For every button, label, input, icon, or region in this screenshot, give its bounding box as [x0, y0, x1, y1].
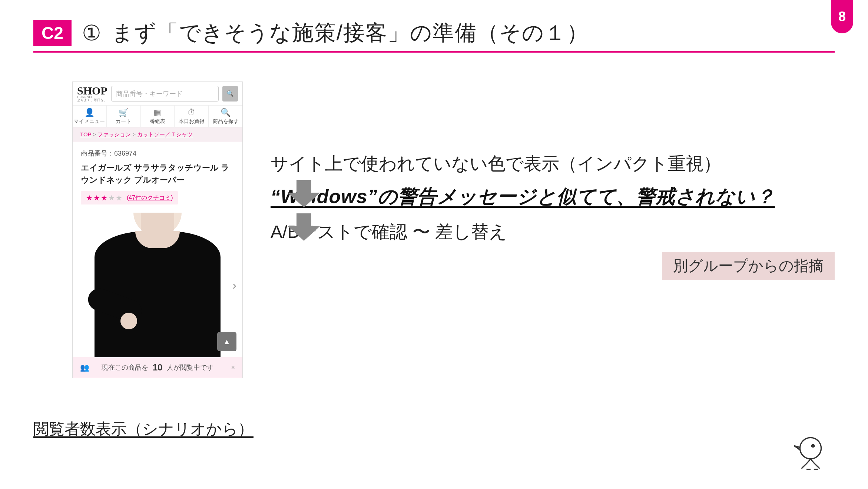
people-icon: 👥	[80, 363, 89, 372]
feedback-tag: 別グループからの指摘	[662, 252, 835, 280]
nav-find[interactable]: 🔍 商品を探す	[209, 106, 242, 127]
sku-row: 商品番号：636974	[81, 149, 234, 158]
nav-deals-label: 本日お買得	[179, 118, 205, 125]
shop-logo: SHOP CHANNEL よりよく、毎日を。	[77, 86, 107, 102]
user-icon: 👤	[85, 109, 95, 117]
viewbar-suffix: 人が閲覧中です	[167, 363, 213, 372]
mock-header: SHOP CHANNEL よりよく、毎日を。 商品番号・キーワード 🔍	[73, 82, 242, 105]
nav-schedule-label: 番組表	[150, 118, 165, 125]
review-suffix: 件のクチコミ)	[135, 194, 173, 201]
search-icon: 🔍	[226, 90, 234, 97]
mock-caption: 閲覧者数表示（シナリオから）	[33, 419, 254, 439]
slide-title-bar: C2 ① まず「できそうな施策/接客」の準備（その１）	[33, 19, 835, 53]
chevron-up-icon: ▲	[223, 337, 231, 346]
svg-point-0	[800, 438, 821, 459]
sku-value: 636974	[114, 150, 136, 157]
flow-step-3: A/Bテストで確認 〜 差し替え	[271, 220, 835, 244]
nav-mymenu[interactable]: 👤 マイメニュー	[73, 106, 107, 127]
breadcrumb-top[interactable]: TOP	[80, 131, 92, 137]
scroll-top-button[interactable]: ▲	[217, 332, 236, 351]
model-illustration	[95, 213, 221, 357]
mobile-mockup: SHOP CHANNEL よりよく、毎日を。 商品番号・キーワード 🔍 👤 マイ…	[72, 82, 243, 378]
product-image: › ▲	[73, 213, 242, 357]
svg-point-1	[812, 445, 814, 447]
nav-schedule[interactable]: ▦ 番組表	[141, 106, 175, 127]
star-rating: ★★★★★	[86, 193, 123, 202]
close-icon[interactable]: ×	[231, 364, 235, 372]
rating-row[interactable]: ★★★★★ (47件のクチコミ)	[81, 191, 178, 204]
mock-nav: 👤 マイメニュー 🛒 カート ▦ 番組表 ⏱ 本日お買得 🔍 商品を探す	[73, 105, 242, 127]
nav-cart[interactable]: 🛒 カート	[107, 106, 141, 127]
breadcrumb-fashion[interactable]: ファッション	[97, 131, 131, 137]
breadcrumb-category[interactable]: カットソー／Ｔシャツ	[137, 131, 193, 137]
product-name: エイガールズ サラサラタッチウール ラウンドネック プルオーバー	[81, 162, 234, 186]
review-count: 47	[129, 194, 135, 201]
magnifier-icon: 🔍	[221, 109, 231, 117]
nav-cart-label: カート	[116, 118, 131, 125]
step-number: ①	[82, 20, 101, 46]
viewing-now-bar: 👥 現在この商品を 10 人が閲覧中です ×	[73, 357, 242, 378]
search-input[interactable]: 商品番号・キーワード	[111, 86, 219, 102]
flow-step-1: サイト上で使われていない色で表示（インパクト重視）	[271, 152, 835, 176]
logo-tagline: よりよく、毎日を。	[77, 99, 107, 102]
breadcrumb: TOP>ファッション>カットソー／Ｔシャツ	[73, 127, 242, 142]
section-badge: C2	[33, 20, 72, 46]
search-placeholder: 商品番号・キーワード	[116, 89, 183, 98]
nav-mymenu-label: マイメニュー	[74, 118, 105, 125]
nav-find-label: 商品を探す	[213, 118, 239, 125]
mock-body: 商品番号：636974 エイガールズ サラサラタッチウール ラウンドネック プル…	[73, 142, 242, 357]
slide-title: まず「できそうな施策/接客」の準備（その１）	[112, 19, 589, 47]
chevron-right-icon[interactable]: ›	[232, 278, 236, 292]
flow-diagram: サイト上で使われていない色で表示（インパクト重視） “Windows”の警告メッ…	[271, 152, 835, 244]
review-link[interactable]: (47件のクチコミ)	[127, 194, 173, 202]
clock-icon: ⏱	[188, 109, 196, 117]
viewbar-count: 10	[153, 362, 163, 373]
flow-step-2: “Windows”の警告メッセージと似てて、警戒されない？	[271, 184, 835, 210]
sku-label: 商品番号：	[81, 150, 114, 157]
nav-deals[interactable]: ⏱ 本日お買得	[175, 106, 209, 127]
cart-icon: 🛒	[119, 109, 129, 117]
viewbar-prefix: 現在この商品を	[102, 363, 148, 372]
grid-icon: ▦	[153, 109, 161, 117]
chick-icon	[790, 432, 831, 474]
search-button[interactable]: 🔍	[222, 86, 238, 102]
